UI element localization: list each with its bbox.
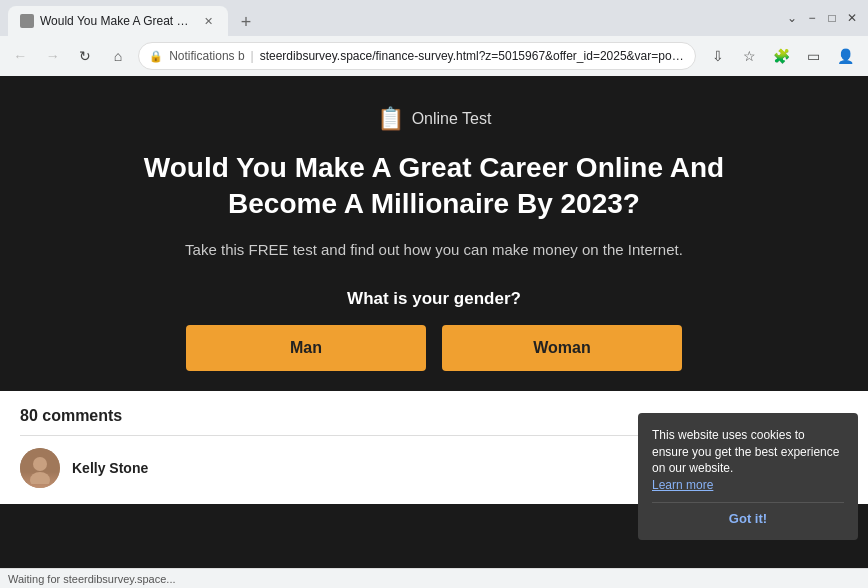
notebook-icon: 📋 <box>377 106 404 132</box>
status-bar: Waiting for steerdibsurvey.space... <box>0 568 868 588</box>
toolbar-icons: ⇩ ☆ 🧩 ▭ 👤 <box>704 42 860 70</box>
active-tab[interactable]: Would You Make A Great Career... ✕ <box>8 6 228 36</box>
profile-icon[interactable]: 👤 <box>832 42 860 70</box>
tab-title: Would You Make A Great Career... <box>40 14 194 28</box>
gender-question: What is your gender? <box>347 289 521 309</box>
avatar-svg <box>24 452 56 484</box>
minimize-button[interactable]: − <box>804 10 820 26</box>
cookie-message: This website uses cookies to ensure you … <box>652 428 839 476</box>
url-text: steerdibsurvey.space/finance-survey.html… <box>260 49 685 63</box>
svg-point-1 <box>30 472 50 484</box>
tab-favicon <box>20 14 34 28</box>
window-controls: ⌄ − □ ✕ <box>784 10 860 26</box>
forward-button[interactable]: → <box>41 42 66 70</box>
cookie-text: This website uses cookies to ensure you … <box>652 427 844 494</box>
avatar-face <box>20 448 60 488</box>
new-tab-button[interactable]: + <box>232 8 260 36</box>
maximize-button[interactable]: □ <box>824 10 840 26</box>
sidebar-icon[interactable]: ▭ <box>800 42 828 70</box>
svg-point-0 <box>33 457 47 471</box>
survey-section: 📋 Online Test Would You Make A Great Car… <box>0 76 868 391</box>
page-content: 📋 Online Test Would You Make A Great Car… <box>0 76 868 568</box>
cookie-divider <box>652 502 844 503</box>
man-button[interactable]: Man <box>186 325 426 371</box>
online-test-label: 📋 Online Test <box>377 106 492 132</box>
status-text: Waiting for steerdibsurvey.space... <box>8 573 176 585</box>
tab-strip: Would You Make A Great Career... ✕ + <box>8 0 780 36</box>
bookmark-icon[interactable]: ☆ <box>736 42 764 70</box>
extensions-icon[interactable]: 🧩 <box>768 42 796 70</box>
commenter-name: Kelly Stone <box>72 460 148 476</box>
avatar <box>20 448 60 488</box>
main-heading: Would You Make A Great Career Online And… <box>124 150 744 223</box>
chevron-down-icon: ⌄ <box>784 10 800 26</box>
address-bar[interactable]: 🔒 Notifications b | steerdibsurvey.space… <box>138 42 696 70</box>
back-button[interactable]: ← <box>8 42 33 70</box>
download-icon[interactable]: ⇩ <box>704 42 732 70</box>
sub-text: Take this FREE test and find out how you… <box>185 239 683 262</box>
online-test-text: Online Test <box>412 110 492 128</box>
tab-close-button[interactable]: ✕ <box>200 13 216 29</box>
cookie-banner: This website uses cookies to ensure you … <box>638 413 858 540</box>
cookie-got-it-button[interactable]: Got it! <box>652 507 844 530</box>
woman-button[interactable]: Woman <box>442 325 682 371</box>
browser-toolbar: ← → ↻ ⌂ 🔒 Notifications b | steerdibsurv… <box>0 36 868 76</box>
notification-text: Notifications b <box>169 49 244 63</box>
gender-buttons: Man Woman <box>186 325 682 371</box>
home-button[interactable]: ⌂ <box>106 42 131 70</box>
lock-icon: 🔒 <box>149 50 163 63</box>
cookie-learn-more-link[interactable]: Learn more <box>652 478 713 492</box>
close-button[interactable]: ✕ <box>844 10 860 26</box>
browser-frame: Would You Make A Great Career... ✕ + ⌄ −… <box>0 0 868 588</box>
browser-titlebar: Would You Make A Great Career... ✕ + ⌄ −… <box>0 0 868 36</box>
reload-button[interactable]: ↻ <box>73 42 98 70</box>
